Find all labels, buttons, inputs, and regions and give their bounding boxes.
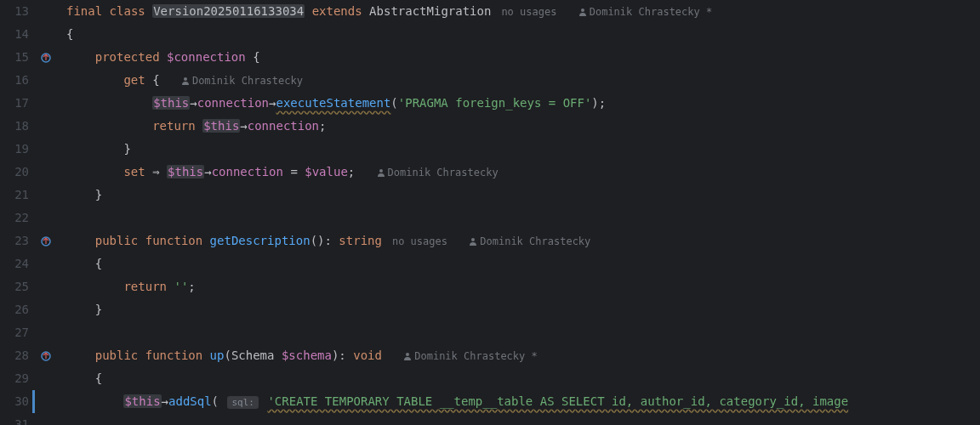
- code-line[interactable]: $this→addSql( sql: 'CREATE TEMPORARY TAB…: [58, 390, 980, 413]
- arrow-op: →: [240, 119, 247, 133]
- paren: (: [390, 96, 397, 110]
- property: connection: [197, 96, 269, 110]
- keyword: public: [95, 348, 139, 362]
- line-number: 17: [0, 92, 29, 115]
- this-ref: $this: [152, 96, 190, 110]
- code-editor[interactable]: 13 14 15 16 17 18 19 20 21 22 23 24 25 2…: [0, 0, 980, 425]
- user-icon: [181, 76, 190, 85]
- code-line[interactable]: {: [58, 23, 980, 46]
- code-line[interactable]: {: [58, 252, 980, 275]
- type: void: [353, 348, 382, 362]
- brace: {: [66, 27, 73, 41]
- code-line[interactable]: }: [58, 298, 980, 321]
- line-number: 24: [0, 252, 29, 275]
- semicolon: ;: [348, 165, 355, 178]
- line-number: 16: [0, 69, 29, 92]
- user-icon: [469, 237, 477, 246]
- brace: {: [152, 73, 159, 87]
- current-line-indicator: [32, 390, 35, 413]
- paren: (: [212, 394, 219, 408]
- override-icon[interactable]: [39, 349, 53, 363]
- property: connection: [248, 119, 319, 133]
- class-name: AbstractMigration: [369, 4, 491, 18]
- author-hint[interactable]: Dominik Chrastecky *: [578, 6, 713, 18]
- line-number: 26: [0, 298, 29, 321]
- code-line[interactable]: [58, 321, 980, 344]
- line-number: 31: [0, 413, 29, 425]
- line-number: 21: [0, 184, 29, 207]
- marker-gutter: [32, 0, 58, 425]
- code-line[interactable]: [58, 413, 980, 425]
- keyword: protected: [95, 50, 160, 64]
- user-icon: [377, 168, 385, 177]
- line-number: 19: [0, 138, 29, 161]
- code-line[interactable]: public function getDescription(): string…: [58, 230, 980, 252]
- line-number: 15: [0, 46, 29, 69]
- line-number: 29: [0, 367, 29, 390]
- paren: ):: [332, 348, 346, 362]
- this-ref: $this: [202, 119, 240, 133]
- code-line[interactable]: final class Version20250116133034 extend…: [58, 0, 980, 23]
- arrow-op: →: [190, 96, 197, 110]
- variable: $value: [305, 165, 348, 178]
- keyword: return: [123, 280, 167, 293]
- type: Schema: [231, 348, 275, 362]
- svg-point-3: [581, 8, 584, 12]
- keyword: set: [123, 165, 145, 178]
- code-area[interactable]: final class Version20250116133034 extend…: [58, 0, 980, 425]
- code-line[interactable]: [58, 207, 980, 230]
- code-line[interactable]: }: [58, 184, 980, 207]
- svg-point-4: [184, 77, 187, 81]
- line-number: 18: [0, 115, 29, 138]
- author-hint[interactable]: Dominik Chrastecky: [181, 75, 303, 87]
- keyword: extends: [312, 4, 362, 18]
- brace: {: [95, 257, 102, 270]
- method-call: addSql: [168, 394, 212, 408]
- code-line[interactable]: protected $connection {: [58, 46, 980, 69]
- string-literal: 'PRAGMA foreign_keys = OFF': [398, 96, 592, 110]
- keyword: function: [145, 234, 202, 247]
- code-line[interactable]: }: [58, 138, 980, 161]
- user-icon: [578, 8, 587, 16]
- code-line[interactable]: {: [58, 367, 980, 390]
- code-line[interactable]: return $this→connection;: [58, 115, 980, 138]
- line-number: 28: [0, 344, 29, 367]
- author-hint[interactable]: Dominik Chrastecky *: [403, 350, 538, 362]
- line-number-gutter: 13 14 15 16 17 18 19 20 21 22 23 24 25 2…: [0, 0, 32, 425]
- code-line[interactable]: public function up(Schema $schema): void…: [58, 344, 980, 367]
- line-number: 27: [0, 321, 29, 344]
- keyword: get: [123, 73, 145, 87]
- method-call: executeStatement: [276, 96, 390, 110]
- author-hint[interactable]: Dominik Chrastecky: [377, 167, 499, 178]
- line-number: 23: [0, 230, 29, 252]
- paren: (: [224, 348, 231, 362]
- brace: {: [95, 371, 102, 385]
- author-hint[interactable]: Dominik Chrastecky: [469, 235, 590, 247]
- semicolon: ;: [319, 119, 326, 133]
- line-number: 20: [0, 161, 29, 184]
- line-number: 30: [0, 390, 29, 413]
- this-ref: $this: [123, 394, 161, 408]
- code-line[interactable]: set ⇒ $this→connection = $value; Dominik…: [58, 161, 980, 184]
- keyword: class: [110, 4, 145, 18]
- line-number: 14: [0, 23, 29, 46]
- operator: =: [290, 165, 297, 178]
- svg-point-5: [379, 169, 383, 173]
- line-number: 22: [0, 207, 29, 230]
- property: connection: [212, 165, 283, 178]
- brace: }: [123, 142, 130, 156]
- code-line[interactable]: return '';: [58, 275, 980, 298]
- override-icon[interactable]: [39, 51, 53, 65]
- user-icon: [403, 352, 412, 360]
- variable: $connection: [167, 50, 246, 64]
- keyword: return: [152, 119, 196, 133]
- override-icon[interactable]: [39, 235, 53, 248]
- code-line[interactable]: $this→connection→executeStatement('PRAGM…: [58, 92, 980, 115]
- method-name: getDescription: [210, 234, 311, 247]
- svg-point-6: [471, 238, 475, 241]
- parens: ():: [311, 234, 332, 247]
- this-ref: $this: [167, 165, 204, 178]
- semicolon: ;: [188, 280, 195, 293]
- arrow-op: ⇒: [152, 165, 159, 178]
- code-line[interactable]: get { Dominik Chrastecky: [58, 69, 980, 92]
